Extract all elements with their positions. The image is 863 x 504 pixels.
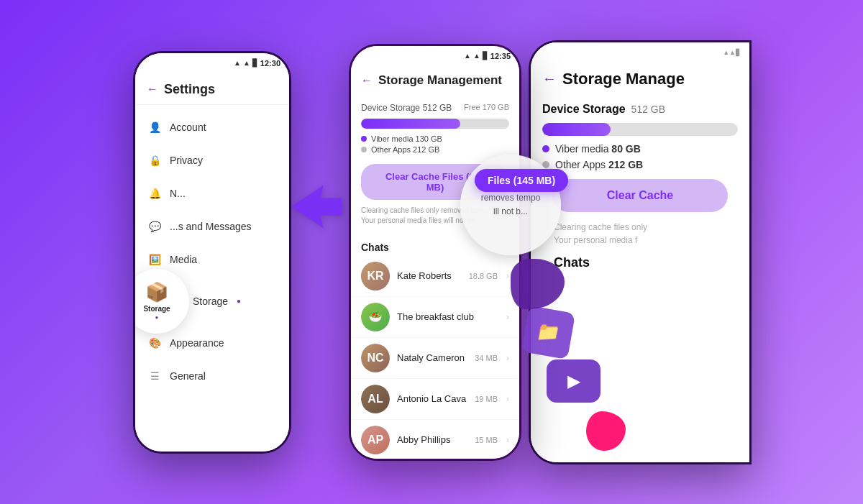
- chat-item-breakfast[interactable]: 🥗 The breakfast club ›: [351, 297, 519, 338]
- status-bar-1: ▲ ▲ ▊ 12:30: [135, 53, 289, 73]
- p3-storage-size: 512 GB: [631, 104, 665, 115]
- nataly-avatar-img: NC: [361, 344, 390, 372]
- chevron-nataly: ›: [506, 353, 509, 363]
- wifi-icon-2: ▲: [473, 52, 480, 60]
- settings-item-general[interactable]: ☰ General: [135, 359, 289, 393]
- blob-folder-icon: 📁: [521, 306, 575, 359]
- storage-label: Storage: [193, 295, 228, 307]
- other-dot: [361, 147, 367, 152]
- navigation-arrow: [284, 178, 349, 245]
- clear-cache-popup: Files (145 MB): [475, 169, 568, 192]
- storage-bar-fill-2: [361, 119, 460, 129]
- status-bar-2: ▲ ▲ ▊ 12:35: [351, 46, 519, 66]
- p3-legend-viber: Viber media 80 GB: [542, 143, 738, 155]
- media-label: Media: [170, 254, 197, 265]
- viber-legend-text: Viber media 130 GB: [371, 134, 442, 143]
- p3-other-text: Other Apps 212 GB: [555, 159, 643, 170]
- signal-icon: ▲: [234, 59, 241, 67]
- chat-item-kate[interactable]: KR Kate Roberts 18.8 GB ›: [351, 256, 519, 297]
- storage-screen: ← Storage Management Device Storage 512 …: [351, 66, 519, 459]
- p3-screen-title: Storage Manage: [562, 70, 685, 88]
- time-display-2: 12:35: [490, 52, 511, 60]
- privacy-label: Privacy: [170, 155, 203, 166]
- notifications-label: N...: [170, 188, 186, 199]
- storage-screen-header: ← Storage Management: [351, 66, 519, 95]
- messages-icon: 💬: [147, 219, 163, 234]
- chat-item-antonio[interactable]: AL Antonio La Cava 19 MB ›: [351, 379, 519, 420]
- account-label: Account: [170, 122, 206, 133]
- status-icons-1: ▲ ▲ ▊ 12:30: [234, 59, 280, 68]
- p3-viber-text: Viber media 80 GB: [555, 143, 641, 155]
- settings-item-notifications[interactable]: 🔔 N...: [135, 177, 289, 210]
- avatar-antonio: AL: [361, 385, 390, 413]
- storage-bar-2: [361, 119, 509, 129]
- storage-badge: ●: [155, 314, 159, 321]
- chevron-antonio: ›: [506, 394, 509, 404]
- chat-name-antonio: Antonio La Cava: [397, 393, 467, 404]
- other-legend-text: Other Apps 212 GB: [371, 145, 439, 154]
- general-icon: ☰: [147, 368, 163, 384]
- settings-screen: ← Settings 👤 Account 🔒 Privacy 🔔 N... 💬: [135, 73, 289, 452]
- media-icon: 🖼️: [147, 252, 163, 267]
- time-display-1: 12:30: [260, 59, 280, 68]
- avatar-abby: AP: [361, 426, 390, 454]
- legend-item-viber: Viber media 130 GB: [361, 134, 509, 143]
- p3-legend-other: Other Apps 212 GB: [542, 159, 738, 170]
- device-storage-free: Free 170 GB: [464, 103, 509, 111]
- p3-legend: Viber media 80 GB Other Apps 212 GB: [542, 143, 738, 170]
- settings-screen-title: Settings: [164, 82, 215, 97]
- privacy-icon: 🔒: [147, 152, 163, 168]
- clear-cache-button-3[interactable]: Clear Cache: [552, 179, 729, 212]
- battery-icon: ▊: [252, 59, 258, 67]
- breakfast-avatar-img: 🥗: [361, 303, 390, 331]
- abby-avatar-img: AP: [361, 426, 390, 454]
- account-icon: 👤: [147, 119, 163, 135]
- back-arrow-1[interactable]: ←: [147, 83, 158, 96]
- settings-item-privacy[interactable]: 🔒 Privacy: [135, 144, 289, 177]
- notifications-icon: 🔔: [147, 185, 163, 201]
- chevron-breakfast: ›: [506, 312, 509, 322]
- p3-status-bar: ▲▲▊: [531, 42, 749, 63]
- legend-item-other: Other Apps 212 GB: [361, 145, 509, 154]
- storage-circle-label: Storage: [143, 305, 170, 313]
- signal-icon-2: ▲: [464, 52, 471, 60]
- viber-dot: [361, 136, 367, 142]
- storage-legend-2: Viber media 130 GB Other Apps 212 GB: [361, 134, 509, 154]
- cache-label-text: Files (145 MB): [488, 175, 555, 186]
- chat-name-nataly: Nataly Cameron: [397, 352, 467, 363]
- general-label: General: [170, 370, 206, 382]
- settings-header: ← Settings: [135, 73, 289, 105]
- appearance-label: Appearance: [170, 337, 224, 349]
- avatar-breakfast: 🥗: [361, 303, 390, 331]
- chat-name-kate: Kate Roberts: [397, 270, 462, 281]
- chat-item-nataly[interactable]: NC Nataly Cameron 34 MB ›: [351, 338, 519, 379]
- settings-item-messages[interactable]: 💬 ...s and Messages: [135, 210, 289, 243]
- chat-list-2: KR Kate Roberts 18.8 GB › 🥗 The breakfas…: [351, 256, 519, 461]
- wifi-icon: ▲: [243, 59, 250, 67]
- storage-circle: 📦 Storage ●: [133, 269, 189, 334]
- p3-chats-title: Chats: [542, 247, 738, 273]
- storage-dot-badge: ●: [237, 297, 241, 305]
- device-storage-label: Device Storage 512 GB: [361, 102, 452, 113]
- avatar-kate: KR: [361, 262, 390, 290]
- settings-item-storage[interactable]: 📦 Storage ● Storage ●: [135, 276, 289, 326]
- chat-name-breakfast: The breakfast club: [397, 311, 490, 322]
- storage-circle-content: 📦 Storage ●: [143, 281, 170, 321]
- p3-header: ← Storage Manage: [531, 63, 749, 96]
- chevron-abby: ›: [506, 435, 509, 445]
- antonio-avatar-img: AL: [361, 385, 390, 413]
- phones-container: ▲ ▲ ▊ 12:30 ← Settings 👤 Account 🔒 Priva…: [0, 0, 863, 504]
- storage-screen-title: Storage Management: [378, 73, 502, 88]
- status-icons-2: ▲ ▲ ▊ 12:35: [464, 52, 511, 60]
- chat-item-abby[interactable]: AP Abby Phillips 15 MB ›: [351, 420, 519, 461]
- chevron-kate: ›: [506, 271, 509, 281]
- back-arrow-3[interactable]: ←: [542, 70, 557, 87]
- p3-viber-dot: [542, 145, 549, 152]
- p3-status-icons: ▲▲▊: [723, 49, 741, 56]
- messages-label: ...s and Messages: [170, 221, 252, 232]
- blob-video-icon: ▶: [547, 359, 601, 403]
- back-arrow-2[interactable]: ←: [361, 74, 373, 87]
- settings-item-account[interactable]: 👤 Account: [135, 111, 289, 144]
- chat-name-abby: Abby Phillips: [397, 434, 467, 445]
- settings-list: 👤 Account 🔒 Privacy 🔔 N... 💬 ...s and Me…: [135, 105, 289, 398]
